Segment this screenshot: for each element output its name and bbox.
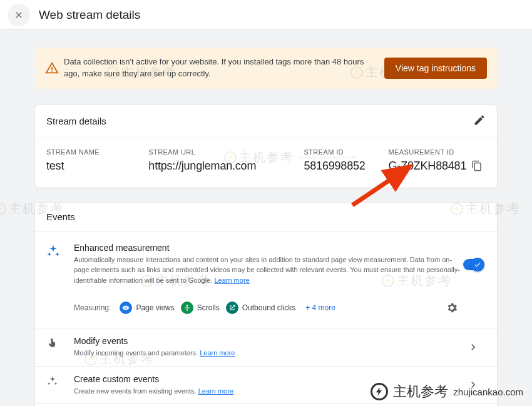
header-bar: Web stream details (0, 0, 532, 30)
alert-text: Data collection isn't active for your we… (59, 56, 384, 80)
enhanced-settings-button[interactable] (443, 299, 461, 317)
modify-events-desc: Modify incoming events and parameters. L… (74, 348, 461, 358)
chip-scrolls: Scrolls (181, 302, 220, 314)
stream-name-value: test (46, 160, 135, 173)
chevron (461, 374, 486, 397)
scroll-icon (181, 302, 193, 314)
enhanced-learn-more-link[interactable]: Learn more (214, 277, 249, 284)
stream-details-title: Stream details (46, 116, 106, 126)
stream-details-body: STREAM NAME test STREAM URL https://jung… (35, 138, 497, 188)
page-title: Web stream details (39, 8, 140, 22)
custom-events-title: Create custom events (74, 374, 461, 384)
card-header: Stream details (35, 105, 497, 138)
enhanced-measurement-toggle[interactable] (463, 259, 483, 270)
stream-id-value: 5816998852 (304, 160, 374, 173)
enhanced-measurement-title: Enhanced measurement (74, 243, 461, 253)
outbound-icon (226, 302, 238, 314)
custom-events-desc: Create new events from existing events. … (74, 386, 461, 397)
stream-id-col: STREAM ID 5816998852 (304, 148, 374, 173)
enhanced-measurement-desc: Automatically measure interactions and c… (74, 255, 461, 286)
custom-learn-more-link[interactable]: Learn more (198, 387, 233, 395)
enhanced-toggle-col (461, 243, 486, 317)
modify-events-row[interactable]: Modify events Modify incoming events and… (35, 328, 497, 366)
sparkles-icon (46, 375, 59, 388)
measuring-label: Measuring: (74, 303, 111, 312)
chip-outbound: Outbound clicks (226, 302, 295, 314)
measurement-id-value: G-Z0ZKH88481 (389, 160, 468, 173)
events-title: Events (46, 211, 75, 222)
copy-icon (471, 160, 483, 171)
edit-button[interactable] (473, 114, 486, 129)
modify-events-title: Modify events (74, 336, 461, 346)
enhanced-measurement-section: Enhanced measurement Automatically measu… (35, 231, 497, 328)
close-icon (14, 10, 24, 20)
sparkle-icon (46, 244, 60, 258)
stream-details-card: Stream details STREAM NAME test STREAM U… (35, 105, 497, 188)
alert-banner: Data collection isn't active for your we… (35, 48, 497, 89)
measurement-id-col: MEASUREMENT ID G-Z0ZKH88481 (389, 148, 486, 173)
pencil-icon (473, 114, 486, 126)
chevron-right-icon (467, 341, 479, 353)
chevron-right-icon (467, 378, 479, 391)
tap-icon (46, 337, 59, 350)
stream-name-col: STREAM NAME test (46, 148, 135, 173)
stream-url-label: STREAM URL (148, 148, 290, 156)
eye-icon (120, 302, 132, 314)
chip-page-views: Page views (120, 302, 174, 314)
stream-row: STREAM NAME test STREAM URL https://jung… (46, 148, 486, 173)
api-secrets-row[interactable]: Measurement Protocol API secrets Create … (35, 403, 497, 406)
measurement-id-label: MEASUREMENT ID (389, 148, 468, 156)
stream-url-value: https://jungleman.com (148, 160, 290, 173)
stream-name-label: STREAM NAME (46, 148, 135, 156)
create-custom-events-row[interactable]: Create custom events Create new events f… (35, 366, 497, 404)
stream-id-label: STREAM ID (304, 148, 374, 156)
view-tag-instructions-button[interactable]: View tag instructions (384, 58, 487, 79)
events-card: Events Enhanced measurement Automaticall… (35, 203, 497, 406)
measuring-row: Measuring: Page views Scrolls Outbound c… (74, 285, 461, 317)
more-measurements-link[interactable]: + 4 more (305, 303, 335, 312)
events-header: Events (35, 203, 497, 231)
modify-learn-more-link[interactable]: Learn more (200, 349, 235, 357)
copy-measurement-id-button[interactable] (468, 148, 486, 173)
gear-icon (446, 302, 458, 314)
stream-url-col: STREAM URL https://jungleman.com (148, 148, 290, 173)
close-button[interactable] (8, 4, 30, 26)
content: Data collection isn't active for your we… (0, 30, 532, 406)
warning-icon (45, 61, 59, 75)
chevron (461, 336, 486, 358)
